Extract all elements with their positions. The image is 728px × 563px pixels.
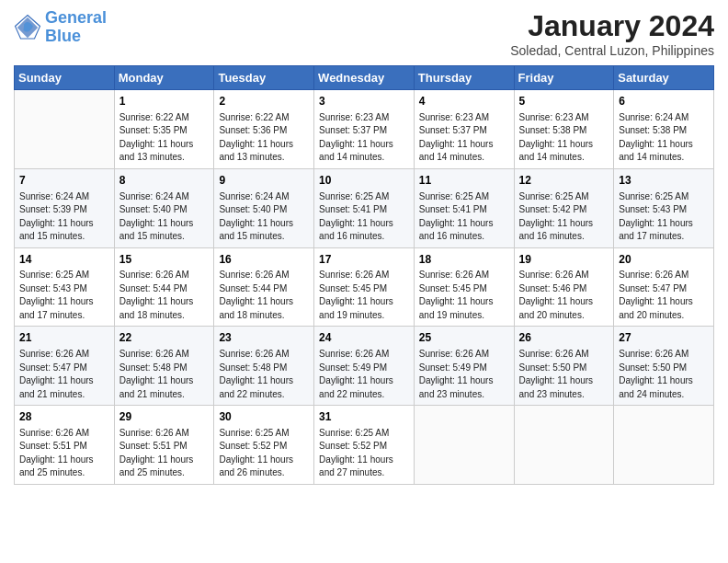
calendar-week-5: 28Sunrise: 6:26 AM Sunset: 5:51 PM Dayli… xyxy=(15,406,714,485)
logo-text: General Blue xyxy=(45,9,107,46)
calendar-header-row: SundayMondayTuesdayWednesdayThursdayFrid… xyxy=(15,66,714,90)
cell-content: Sunrise: 6:26 AM Sunset: 5:51 PM Dayligh… xyxy=(119,427,210,480)
day-number: 6 xyxy=(619,94,709,109)
cell-content: Sunrise: 6:26 AM Sunset: 5:47 PM Dayligh… xyxy=(619,269,709,322)
calendar-cell: 14Sunrise: 6:25 AM Sunset: 5:43 PM Dayli… xyxy=(15,247,115,327)
calendar-cell: 23Sunrise: 6:26 AM Sunset: 5:48 PM Dayli… xyxy=(214,327,314,406)
day-number: 13 xyxy=(619,173,709,189)
day-number: 9 xyxy=(219,173,309,189)
calendar-cell: 30Sunrise: 6:25 AM Sunset: 5:52 PM Dayli… xyxy=(214,406,314,485)
cell-content: Sunrise: 6:24 AM Sunset: 5:40 PM Dayligh… xyxy=(119,190,210,244)
day-number: 8 xyxy=(119,173,210,189)
day-number: 23 xyxy=(219,330,309,346)
calendar-cell: 25Sunrise: 6:26 AM Sunset: 5:49 PM Dayli… xyxy=(414,327,514,406)
calendar-cell xyxy=(614,406,714,485)
calendar-cell: 6Sunrise: 6:24 AM Sunset: 5:38 PM Daylig… xyxy=(614,90,714,169)
calendar-table: SundayMondayTuesdayWednesdayThursdayFrid… xyxy=(14,65,714,485)
day-number: 29 xyxy=(119,409,210,425)
cell-content: Sunrise: 6:25 AM Sunset: 5:42 PM Dayligh… xyxy=(519,190,609,244)
logo-blue: Blue xyxy=(45,27,81,45)
cell-content: Sunrise: 6:24 AM Sunset: 5:40 PM Dayligh… xyxy=(219,190,309,244)
cell-content: Sunrise: 6:26 AM Sunset: 5:48 PM Dayligh… xyxy=(119,348,210,401)
calendar-cell: 10Sunrise: 6:25 AM Sunset: 5:41 PM Dayli… xyxy=(314,168,415,247)
calendar-cell: 12Sunrise: 6:25 AM Sunset: 5:42 PM Dayli… xyxy=(514,168,614,247)
calendar-week-4: 21Sunrise: 6:26 AM Sunset: 5:47 PM Dayli… xyxy=(15,327,714,406)
calendar-week-2: 7Sunrise: 6:24 AM Sunset: 5:39 PM Daylig… xyxy=(15,168,714,247)
logo-general: General xyxy=(45,8,107,27)
cell-content: Sunrise: 6:26 AM Sunset: 5:49 PM Dayligh… xyxy=(419,348,509,401)
day-number: 26 xyxy=(519,330,609,346)
page: General Blue January 2024 Soledad, Centr… xyxy=(0,0,728,563)
cell-content: Sunrise: 6:24 AM Sunset: 5:39 PM Dayligh… xyxy=(19,190,109,244)
day-number: 2 xyxy=(219,94,309,109)
calendar-cell: 2Sunrise: 6:22 AM Sunset: 5:36 PM Daylig… xyxy=(214,90,314,169)
day-number: 24 xyxy=(319,330,409,346)
calendar-cell: 31Sunrise: 6:25 AM Sunset: 5:52 PM Dayli… xyxy=(314,406,415,485)
main-title: January 2024 xyxy=(510,9,714,43)
day-number: 27 xyxy=(619,330,709,346)
cell-content: Sunrise: 6:26 AM Sunset: 5:48 PM Dayligh… xyxy=(219,348,309,401)
cell-content: Sunrise: 6:25 AM Sunset: 5:43 PM Dayligh… xyxy=(619,190,709,244)
calendar-cell: 13Sunrise: 6:25 AM Sunset: 5:43 PM Dayli… xyxy=(614,168,714,247)
cell-content: Sunrise: 6:23 AM Sunset: 5:38 PM Dayligh… xyxy=(519,111,609,165)
calendar-cell xyxy=(15,90,115,169)
calendar-cell xyxy=(414,406,514,485)
title-block: January 2024 Soledad, Central Luzon, Phi… xyxy=(510,9,714,58)
calendar-cell: 19Sunrise: 6:26 AM Sunset: 5:46 PM Dayli… xyxy=(514,247,614,327)
day-number: 30 xyxy=(219,409,309,425)
cell-content: Sunrise: 6:26 AM Sunset: 5:47 PM Dayligh… xyxy=(19,348,109,401)
calendar-cell: 15Sunrise: 6:26 AM Sunset: 5:44 PM Dayli… xyxy=(114,247,214,327)
cell-content: Sunrise: 6:25 AM Sunset: 5:43 PM Dayligh… xyxy=(19,269,109,322)
weekday-header-friday: Friday xyxy=(514,66,614,90)
weekday-header-monday: Monday xyxy=(114,66,214,90)
calendar-cell: 29Sunrise: 6:26 AM Sunset: 5:51 PM Dayli… xyxy=(114,406,214,485)
calendar-week-3: 14Sunrise: 6:25 AM Sunset: 5:43 PM Dayli… xyxy=(15,247,714,327)
subtitle: Soledad, Central Luzon, Philippines xyxy=(510,43,714,58)
calendar-cell: 18Sunrise: 6:26 AM Sunset: 5:45 PM Dayli… xyxy=(414,247,514,327)
day-number: 12 xyxy=(519,173,609,189)
cell-content: Sunrise: 6:25 AM Sunset: 5:41 PM Dayligh… xyxy=(419,190,509,244)
calendar-cell: 24Sunrise: 6:26 AM Sunset: 5:49 PM Dayli… xyxy=(314,327,415,406)
weekday-header-wednesday: Wednesday xyxy=(314,66,415,90)
header: General Blue January 2024 Soledad, Centr… xyxy=(14,9,714,58)
weekday-header-tuesday: Tuesday xyxy=(214,66,314,90)
calendar-cell xyxy=(514,406,614,485)
calendar-cell: 27Sunrise: 6:26 AM Sunset: 5:50 PM Dayli… xyxy=(614,327,714,406)
day-number: 10 xyxy=(319,173,409,189)
weekday-header-saturday: Saturday xyxy=(614,66,714,90)
day-number: 15 xyxy=(119,252,210,268)
cell-content: Sunrise: 6:22 AM Sunset: 5:36 PM Dayligh… xyxy=(219,111,309,165)
day-number: 16 xyxy=(219,252,309,268)
day-number: 18 xyxy=(419,252,509,268)
calendar-cell: 26Sunrise: 6:26 AM Sunset: 5:50 PM Dayli… xyxy=(514,327,614,406)
calendar-cell: 21Sunrise: 6:26 AM Sunset: 5:47 PM Dayli… xyxy=(15,327,115,406)
day-number: 4 xyxy=(419,94,509,109)
cell-content: Sunrise: 6:25 AM Sunset: 5:52 PM Dayligh… xyxy=(219,427,309,480)
cell-content: Sunrise: 6:24 AM Sunset: 5:38 PM Dayligh… xyxy=(619,111,709,165)
day-number: 14 xyxy=(19,252,109,268)
cell-content: Sunrise: 6:26 AM Sunset: 5:49 PM Dayligh… xyxy=(319,348,409,401)
calendar-week-1: 1Sunrise: 6:22 AM Sunset: 5:35 PM Daylig… xyxy=(15,90,714,169)
cell-content: Sunrise: 6:26 AM Sunset: 5:46 PM Dayligh… xyxy=(519,269,609,322)
logo-icon xyxy=(14,14,41,41)
cell-content: Sunrise: 6:26 AM Sunset: 5:44 PM Dayligh… xyxy=(119,269,210,322)
day-number: 11 xyxy=(419,173,509,189)
calendar-cell: 9Sunrise: 6:24 AM Sunset: 5:40 PM Daylig… xyxy=(214,168,314,247)
calendar-cell: 11Sunrise: 6:25 AM Sunset: 5:41 PM Dayli… xyxy=(414,168,514,247)
calendar-cell: 28Sunrise: 6:26 AM Sunset: 5:51 PM Dayli… xyxy=(15,406,115,485)
day-number: 28 xyxy=(19,409,109,425)
cell-content: Sunrise: 6:23 AM Sunset: 5:37 PM Dayligh… xyxy=(319,111,409,165)
day-number: 5 xyxy=(519,94,609,109)
cell-content: Sunrise: 6:23 AM Sunset: 5:37 PM Dayligh… xyxy=(419,111,509,165)
calendar-cell: 17Sunrise: 6:26 AM Sunset: 5:45 PM Dayli… xyxy=(314,247,415,327)
cell-content: Sunrise: 6:26 AM Sunset: 5:50 PM Dayligh… xyxy=(519,348,609,401)
day-number: 3 xyxy=(319,94,409,109)
day-number: 25 xyxy=(419,330,509,346)
day-number: 21 xyxy=(19,330,109,346)
cell-content: Sunrise: 6:26 AM Sunset: 5:45 PM Dayligh… xyxy=(419,269,509,322)
cell-content: Sunrise: 6:26 AM Sunset: 5:50 PM Dayligh… xyxy=(619,348,709,401)
cell-content: Sunrise: 6:25 AM Sunset: 5:41 PM Dayligh… xyxy=(319,190,409,244)
calendar-cell: 16Sunrise: 6:26 AM Sunset: 5:44 PM Dayli… xyxy=(214,247,314,327)
calendar-cell: 1Sunrise: 6:22 AM Sunset: 5:35 PM Daylig… xyxy=(114,90,214,169)
calendar-cell: 22Sunrise: 6:26 AM Sunset: 5:48 PM Dayli… xyxy=(114,327,214,406)
